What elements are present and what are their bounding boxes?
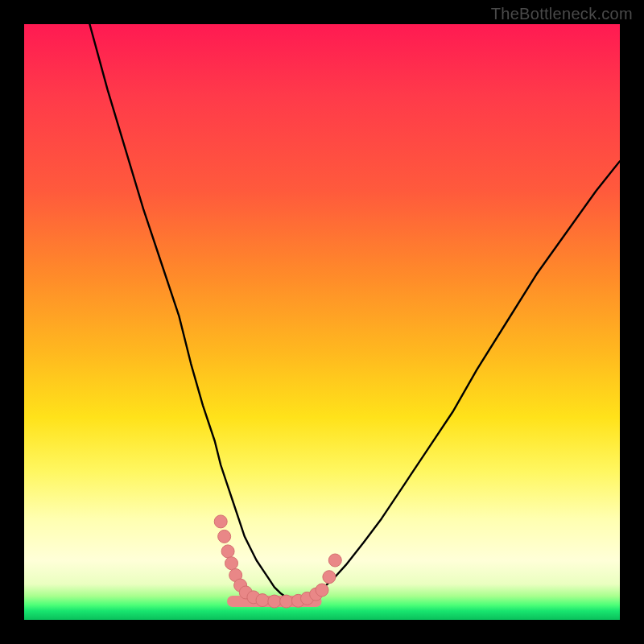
marker-point — [221, 545, 234, 558]
marker-point — [268, 595, 281, 608]
marker-point — [256, 594, 269, 607]
plot-area — [24, 24, 620, 620]
marker-point — [225, 557, 238, 570]
chart-svg — [24, 24, 620, 620]
watermark-text: TheBottleneck.com — [491, 5, 633, 23]
marker-point — [218, 530, 231, 543]
curve-left-curve — [89, 24, 292, 601]
chart-frame: TheBottleneck.com — [0, 0, 644, 644]
marker-point — [323, 571, 336, 584]
marker-point — [280, 595, 293, 608]
marker-point — [316, 584, 328, 597]
marker-point — [214, 515, 227, 528]
curve-right-curve — [292, 161, 620, 600]
marker-point — [328, 554, 341, 567]
